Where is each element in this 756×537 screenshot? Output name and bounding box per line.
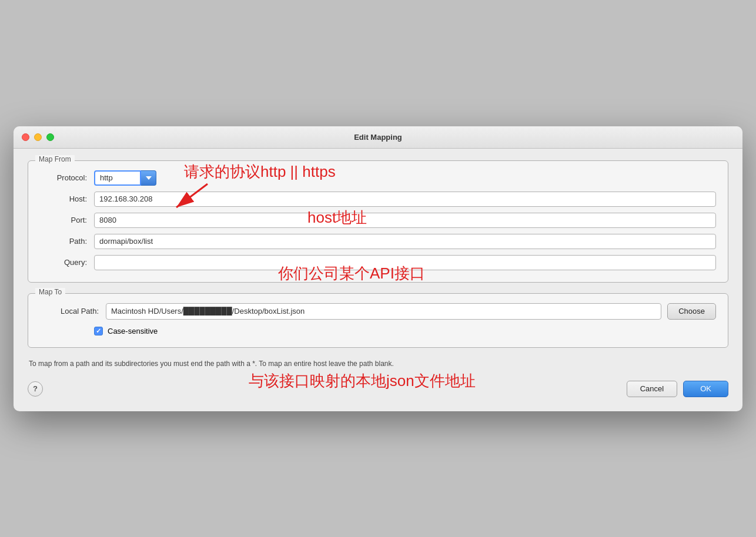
path-input[interactable] [94, 234, 716, 249]
query-input[interactable] [94, 255, 716, 270]
map-from-group: Map From Protocol: Host: Port: [28, 160, 728, 283]
case-sensitive-label: Case-sensitive [108, 327, 158, 335]
query-label: Query: [40, 258, 87, 267]
case-sensitive-row: Case-sensitive [94, 327, 716, 335]
bottom-buttons: Cancel OK [627, 381, 728, 397]
port-label: Port: [40, 216, 87, 224]
port-input[interactable] [94, 213, 716, 228]
protocol-select-wrapper [94, 170, 156, 186]
minimize-button[interactable] [34, 133, 42, 141]
local-path-row: Local Path: Choose [40, 303, 716, 320]
map-to-label: Map To [35, 288, 65, 296]
help-button[interactable]: ? [28, 381, 43, 397]
local-path-container: Choose [106, 303, 716, 320]
path-row: Path: [40, 234, 716, 249]
map-from-label: Map From [35, 155, 75, 163]
window-title: Edit Mapping [354, 133, 402, 142]
port-row: Port: [40, 213, 716, 228]
map-to-group: Map To Local Path: Choose Case-sensitive [28, 293, 728, 348]
protocol-dropdown-button[interactable] [141, 170, 156, 186]
maximize-button[interactable] [46, 133, 54, 141]
protocol-input[interactable] [94, 170, 141, 186]
ok-button[interactable]: OK [683, 381, 728, 397]
query-row: Query: [40, 255, 716, 270]
traffic-lights [22, 133, 54, 141]
case-sensitive-checkbox[interactable] [94, 327, 103, 335]
cancel-button[interactable]: Cancel [627, 381, 677, 397]
bottom-bar: ? Cancel OK [28, 381, 728, 397]
local-path-input[interactable] [106, 303, 661, 320]
host-row: Host: [40, 192, 716, 207]
close-button[interactable] [22, 133, 29, 141]
choose-button[interactable]: Choose [667, 303, 716, 320]
protocol-row: Protocol: [40, 170, 716, 186]
protocol-label: Protocol: [40, 173, 87, 182]
path-label: Path: [40, 237, 87, 246]
host-label: Host: [40, 194, 87, 203]
hint-text: To map from a path and its subdirectorie… [28, 358, 728, 369]
title-bar: Edit Mapping [14, 126, 742, 149]
host-input[interactable] [94, 192, 716, 207]
local-path-label: Local Path: [40, 307, 99, 316]
